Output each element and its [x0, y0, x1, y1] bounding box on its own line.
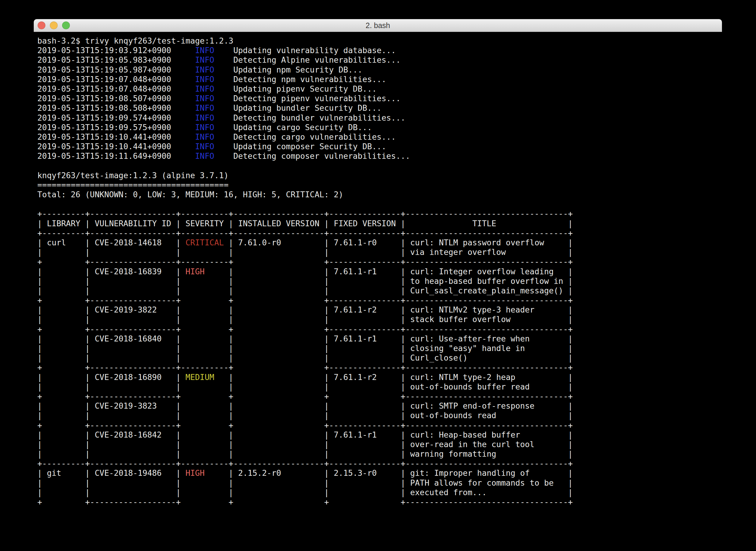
table-border: +---------+------------------+----------… [37, 209, 722, 218]
log-line: 2019-05-13T15:19:09.574+0900 INFO Detect… [37, 113, 722, 123]
table-row-line: | | | | | | via integer overflow | [37, 247, 722, 257]
log-line: 2019-05-13T15:19:05.983+0900 INFO Detect… [37, 55, 722, 65]
report-underline: ======================================== [37, 180, 722, 190]
table-separator: + +------------------+----------+ +-----… [37, 363, 722, 372]
table-row-line: | | | | | | out-of-bounds buffer read | [37, 382, 722, 392]
log-line: 2019-05-13T15:19:08.508+0900 INFO Updati… [37, 103, 722, 113]
table-row-line: | | CVE-2018-16840 | | | 7.61.1-r1 | cur… [37, 334, 722, 344]
log-line: 2019-05-13T15:19:03.912+0900 INFO Updati… [37, 46, 722, 55]
table-row-line: | | | | | | stack buffer overflow | [37, 315, 722, 324]
table-separator: + +------------------+----------+ +-----… [37, 257, 722, 266]
table-row-line: | | CVE-2019-3823 | | | | curl: SMTP end… [37, 401, 722, 411]
table-row-line: | | CVE-2018-16842 | | | 7.61.1-r1 | cur… [37, 430, 722, 440]
table-row-line: | curl | CVE-2018-14618 | CRITICAL | 7.6… [37, 238, 722, 247]
table-row-line: | | | | | | over-read in the curl tool | [37, 440, 722, 449]
window-title: 2. bash [34, 21, 722, 30]
table-separator: + +------------------+ + + +------------… [37, 392, 722, 401]
blank-line [37, 199, 722, 209]
table-row-line: | | | | | | executed from... | [37, 488, 722, 497]
table-row-line: | | CVE-2018-16890 | MEDIUM | | 7.61.1-r… [37, 373, 722, 382]
table-separator: + +------------------+ + +--------------… [37, 296, 722, 305]
table-separator: + +------------------+ + + +------------… [37, 497, 722, 507]
table-row-line: | | | | | | out-of-bounds read | [37, 411, 722, 420]
log-line: 2019-05-13T15:19:07.048+0900 INFO Detect… [37, 75, 722, 84]
prompt-line: bash-3.2$ trivy knqyf263/test-image:1.2.… [37, 36, 722, 46]
log-line: 2019-05-13T15:19:07.048+0900 INFO Updati… [37, 84, 722, 94]
table-row-line: | | | | | | to heap-based buffer overflo… [37, 277, 722, 286]
table-row-line: | | | | | | closing "easy" handle in | [37, 344, 722, 353]
log-line: 2019-05-13T15:19:11.649+0900 INFO Detect… [37, 151, 722, 161]
table-separator: +---------+------------------+----------… [37, 459, 722, 468]
log-line: 2019-05-13T15:19:10.441+0900 INFO Updati… [37, 142, 722, 151]
table-row-line: | | CVE-2019-3822 | | | 7.61.1-r2 | curl… [37, 305, 722, 315]
table-row-line: | | | | | | Curl_close() | [37, 353, 722, 363]
log-line: 2019-05-13T15:19:08.507+0900 INFO Detect… [37, 94, 722, 103]
report-target: knqyf263/test-image:1.2.3 (alpine 3.7.1) [37, 171, 722, 180]
table-separator: + +------------------+ + +--------------… [37, 325, 722, 334]
table-row-line: | | | | | | PATH allows for commands to … [37, 478, 722, 488]
blank-line [37, 161, 722, 170]
table-header: | LIBRARY | VULNERABILITY ID | SEVERITY … [37, 219, 722, 228]
titlebar[interactable]: 2. bash [34, 19, 722, 32]
terminal-output[interactable]: bash-3.2$ trivy knqyf263/test-image:1.2.… [34, 32, 722, 507]
table-row-line: | | | | | | warning formatting | [37, 449, 722, 459]
log-line: 2019-05-13T15:19:05.987+0900 INFO Updati… [37, 65, 722, 75]
log-line: 2019-05-13T15:19:09.575+0900 INFO Updati… [37, 123, 722, 132]
terminal-window: 2. bash bash-3.2$ trivy knqyf263/test-im… [34, 19, 722, 533]
table-row-line: | git | CVE-2018-19486 | HIGH | 2.15.2-r… [37, 468, 722, 478]
table-row-line: | | | | | | Curl_sasl_create_plain_messa… [37, 286, 722, 296]
table-row-line: | | CVE-2018-16839 | HIGH | | 7.61.1-r1 … [37, 267, 722, 277]
report-summary: Total: 26 (UNKNOWN: 0, LOW: 3, MEDIUM: 1… [37, 190, 722, 199]
log-line: 2019-05-13T15:19:10.441+0900 INFO Detect… [37, 132, 722, 142]
table-border: +---------+------------------+----------… [37, 228, 722, 238]
table-separator: + +------------------+ + +--------------… [37, 421, 722, 430]
